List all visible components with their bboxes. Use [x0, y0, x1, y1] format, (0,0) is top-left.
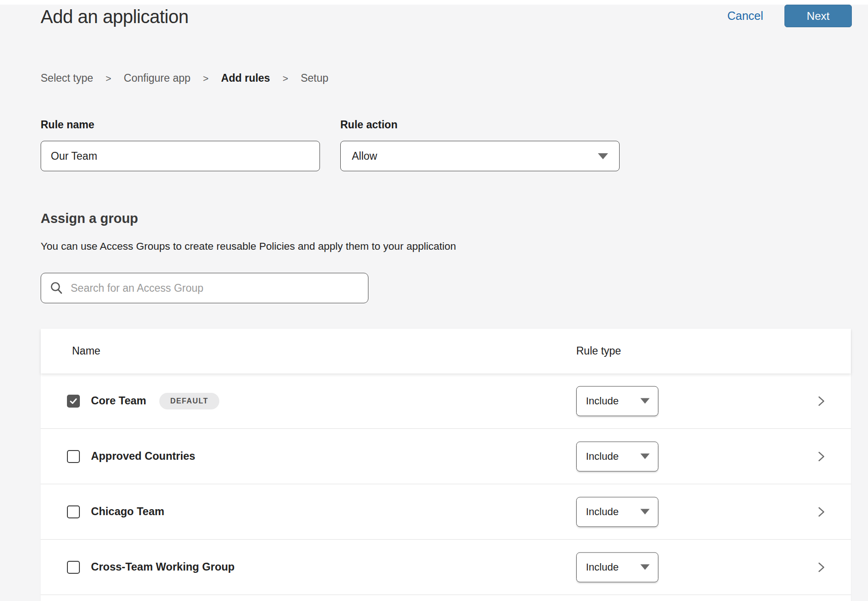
page-header: Add an application Cancel Next [0, 5, 868, 27]
breadcrumb-step-setup[interactable]: Setup [301, 72, 328, 84]
group-name: Chicago Team [91, 505, 164, 518]
rule-type-value: Include [586, 506, 619, 518]
table-row: Approved Countries Include [41, 429, 851, 484]
rule-action-label: Rule action [340, 119, 620, 131]
breadcrumb-separator: > [106, 73, 111, 84]
column-header-rule-type: Rule type [576, 345, 621, 357]
page-title: Add an application [41, 6, 188, 27]
rule-name-label: Rule name [41, 119, 320, 131]
chevron-right-icon[interactable] [815, 451, 827, 463]
group-checkbox[interactable] [67, 505, 80, 518]
breadcrumb-step-select-type[interactable]: Select type [41, 72, 93, 84]
next-button[interactable]: Next [784, 5, 852, 27]
partial-next-row [41, 595, 851, 601]
search-icon [49, 281, 63, 295]
topbar-edge [0, 0, 868, 5]
access-groups-table: Name Rule type Core Team DEFAULT Include [41, 329, 851, 601]
chevron-right-icon[interactable] [815, 395, 827, 407]
rule-type-select[interactable]: Include [576, 552, 658, 582]
rule-type-value: Include [586, 561, 619, 573]
column-header-name: Name [41, 345, 100, 357]
rule-type-select[interactable]: Include [576, 441, 658, 471]
group-checkbox[interactable] [67, 561, 80, 574]
rule-name-input[interactable] [41, 141, 320, 171]
access-group-search[interactable] [41, 273, 368, 303]
table-row: Core Team DEFAULT Include [41, 373, 851, 429]
check-icon [69, 397, 78, 406]
rule-type-value: Include [586, 395, 619, 407]
assign-group-heading: Assign a group [0, 211, 868, 226]
breadcrumb: Select type>Configure app>Add rules>Setu… [0, 72, 868, 84]
default-badge: DEFAULT [159, 393, 219, 409]
breadcrumb-separator: > [203, 73, 209, 84]
chevron-down-icon [640, 509, 650, 515]
group-checkbox[interactable] [67, 450, 80, 463]
table-row: Cross-Team Working Group Include [41, 540, 851, 595]
chevron-right-icon[interactable] [815, 506, 827, 518]
rule-form: Rule name Rule action Allow [0, 119, 868, 171]
group-name: Core Team [91, 395, 146, 407]
group-name: Cross-Team Working Group [91, 561, 235, 573]
chevron-down-icon [598, 153, 608, 159]
rule-type-value: Include [586, 451, 619, 463]
group-table-body: Core Team DEFAULT Include Approved Count… [41, 373, 851, 595]
breadcrumb-step-configure-app[interactable]: Configure app [124, 72, 191, 84]
rule-action-field-group: Rule action Allow [340, 119, 620, 171]
breadcrumb-step-add-rules[interactable]: Add rules [221, 72, 270, 84]
cancel-link[interactable]: Cancel [727, 5, 763, 27]
rule-action-value: Allow [352, 150, 377, 162]
table-row: Chicago Team Include [41, 484, 851, 540]
rule-action-select[interactable]: Allow [340, 141, 620, 171]
group-checkbox[interactable] [67, 395, 80, 408]
assign-group-description: You can use Access Groups to create reus… [0, 240, 868, 252]
chevron-down-icon [640, 454, 650, 459]
breadcrumb-separator: > [283, 73, 288, 84]
header-actions: Cancel Next [727, 5, 852, 27]
rule-name-field-group: Rule name [41, 119, 320, 171]
rule-type-select[interactable]: Include [576, 386, 658, 416]
table-header: Name Rule type [41, 329, 851, 373]
chevron-down-icon [640, 398, 650, 404]
search-input[interactable] [71, 282, 360, 294]
chevron-right-icon[interactable] [815, 561, 827, 573]
chevron-down-icon [640, 565, 650, 570]
add-application-page: Add an application Cancel Next Select ty… [0, 0, 868, 601]
group-name: Approved Countries [91, 450, 195, 463]
rule-type-select[interactable]: Include [576, 497, 658, 527]
